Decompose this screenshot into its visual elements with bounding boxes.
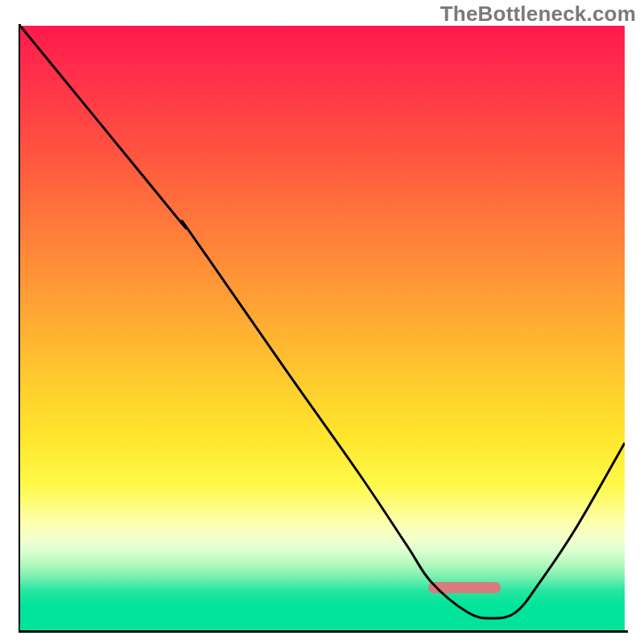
watermark-text: TheBottleneck.com: [440, 2, 636, 27]
chart-frame: TheBottleneck.com: [0, 0, 644, 644]
bottleneck-curve-path: [20, 26, 625, 618]
plot-area: [20, 26, 625, 630]
bottleneck-curve: [20, 26, 625, 630]
x-axis-line: [19, 630, 628, 633]
